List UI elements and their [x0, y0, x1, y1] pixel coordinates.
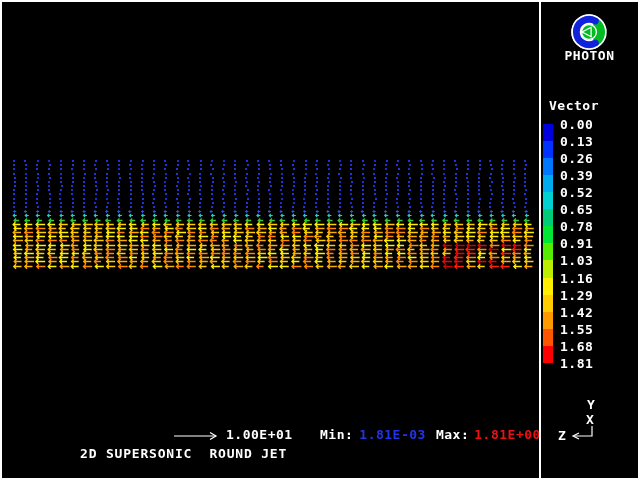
legend-value: 0.26 [560, 151, 593, 166]
brand-label: PHOTON [541, 48, 638, 63]
axis-triad-icon: Y X Z [550, 392, 620, 452]
min-label: Min: [320, 427, 353, 442]
max-label: Max: [436, 427, 469, 442]
legend-swatch [543, 209, 553, 227]
legend-swatch [543, 243, 553, 261]
legend-value: 0.65 [560, 202, 593, 217]
legend-value: 1.29 [560, 288, 593, 303]
legend-swatch [543, 124, 553, 142]
legend-swatch [543, 312, 553, 330]
legend-swatch [543, 295, 553, 313]
axis-z-label: Z [558, 428, 566, 443]
side-panel: PHOTON Vector 0.000.130.260.390.520.650.… [541, 2, 638, 478]
legend-value: 0.13 [560, 134, 593, 149]
vector-field-plot [2, 2, 539, 478]
legend-value: 1.03 [560, 253, 593, 268]
legend-swatch [543, 260, 553, 278]
legend-value: 1.68 [560, 339, 593, 354]
photon-logo-icon [570, 13, 608, 51]
legend-value: 0.52 [560, 185, 593, 200]
legend-value: 1.16 [560, 271, 593, 286]
legend-value: 0.91 [560, 236, 593, 251]
max-value: 1.81E+00 [474, 427, 541, 442]
legend-value: 1.81 [560, 356, 593, 371]
legend-swatch [543, 192, 553, 210]
scale-value-label: 1.00E+01 [226, 427, 293, 442]
legend-value: 0.39 [560, 168, 593, 183]
min-value: 1.81E-03 [359, 427, 426, 442]
plot-title: 2D SUPERSONIC ROUND JET [80, 446, 287, 461]
axis-x-label: X [586, 412, 594, 427]
axis-y-label: Y [587, 397, 595, 412]
legend-value: 1.42 [560, 305, 593, 320]
legend-swatch [543, 329, 553, 347]
legend-title: Vector [549, 98, 599, 113]
minmax-readout: Min: 1.81E-03 Max: 1.81E+00 [320, 427, 541, 442]
legend-swatch [543, 175, 553, 193]
legend-swatch [543, 158, 553, 176]
legend-swatch [543, 346, 553, 364]
legend-value: 1.55 [560, 322, 593, 337]
scale-arrow-icon [170, 430, 220, 442]
legend-value: 0.00 [560, 117, 593, 132]
legend-swatch [543, 278, 553, 296]
photon-window: 1.00E+01 Min: 1.81E-03 Max: 1.81E+00 2D … [0, 0, 640, 480]
legend-swatch [543, 226, 553, 244]
legend-value: 0.78 [560, 219, 593, 234]
legend-swatch [543, 141, 553, 159]
